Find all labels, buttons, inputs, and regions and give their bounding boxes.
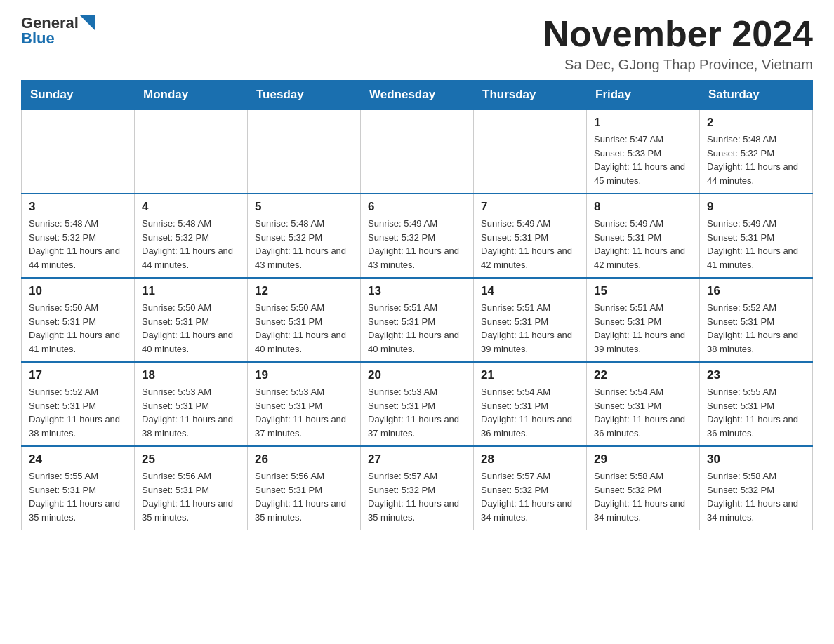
day-number: 21: [481, 368, 579, 382]
day-number: 4: [142, 200, 240, 214]
calendar-cell: 9Sunrise: 5:49 AMSunset: 5:31 PMDaylight…: [700, 194, 813, 278]
calendar-cell: [248, 109, 361, 194]
calendar-cell: 11Sunrise: 5:50 AMSunset: 5:31 PMDayligh…: [135, 278, 248, 362]
day-number: 1: [594, 116, 692, 130]
day-info: Sunrise: 5:52 AMSunset: 5:31 PMDaylight:…: [29, 385, 127, 440]
day-number: 18: [142, 368, 240, 382]
day-number: 25: [142, 452, 240, 467]
calendar-cell: 23Sunrise: 5:55 AMSunset: 5:31 PMDayligh…: [700, 362, 813, 446]
title-section: November 2024 Sa Dec, GJong Thap Provinc…: [543, 14, 813, 73]
day-number: 20: [368, 368, 466, 382]
day-info: Sunrise: 5:50 AMSunset: 5:31 PMDaylight:…: [142, 301, 240, 356]
day-number: 27: [368, 452, 466, 467]
calendar-header-wednesday: Wednesday: [361, 81, 474, 110]
day-info: Sunrise: 5:55 AMSunset: 5:31 PMDaylight:…: [29, 469, 127, 524]
day-info: Sunrise: 5:51 AMSunset: 5:31 PMDaylight:…: [481, 301, 579, 356]
location-title: Sa Dec, GJong Thap Province, Vietnam: [543, 57, 813, 73]
day-number: 30: [707, 452, 805, 467]
day-number: 2: [707, 116, 805, 130]
day-number: 19: [255, 368, 353, 382]
day-info: Sunrise: 5:50 AMSunset: 5:31 PMDaylight:…: [29, 301, 127, 356]
calendar-cell: [361, 109, 474, 194]
day-info: Sunrise: 5:47 AMSunset: 5:33 PMDaylight:…: [594, 133, 692, 187]
day-info: Sunrise: 5:56 AMSunset: 5:31 PMDaylight:…: [255, 469, 353, 524]
calendar-cell: 19Sunrise: 5:53 AMSunset: 5:31 PMDayligh…: [248, 362, 361, 446]
day-info: Sunrise: 5:53 AMSunset: 5:31 PMDaylight:…: [142, 385, 240, 440]
calendar-cell: 25Sunrise: 5:56 AMSunset: 5:31 PMDayligh…: [135, 446, 248, 530]
page-header: General Blue November 2024 Sa Dec, GJong…: [21, 14, 813, 73]
day-number: 28: [481, 452, 579, 467]
day-info: Sunrise: 5:58 AMSunset: 5:32 PMDaylight:…: [594, 469, 692, 524]
calendar-cell: 17Sunrise: 5:52 AMSunset: 5:31 PMDayligh…: [22, 362, 135, 446]
day-info: Sunrise: 5:57 AMSunset: 5:32 PMDaylight:…: [368, 469, 466, 524]
calendar-cell: 30Sunrise: 5:58 AMSunset: 5:32 PMDayligh…: [700, 446, 813, 530]
calendar-header-saturday: Saturday: [700, 81, 813, 110]
day-number: 5: [255, 200, 353, 214]
calendar-week-5: 24Sunrise: 5:55 AMSunset: 5:31 PMDayligh…: [22, 446, 813, 530]
day-number: 15: [594, 284, 692, 298]
calendar-header-tuesday: Tuesday: [248, 81, 361, 110]
day-number: 13: [368, 284, 466, 298]
day-info: Sunrise: 5:49 AMSunset: 5:31 PMDaylight:…: [707, 217, 805, 271]
calendar-week-4: 17Sunrise: 5:52 AMSunset: 5:31 PMDayligh…: [22, 362, 813, 446]
calendar-cell: 10Sunrise: 5:50 AMSunset: 5:31 PMDayligh…: [22, 278, 135, 362]
calendar-cell: 26Sunrise: 5:56 AMSunset: 5:31 PMDayligh…: [248, 446, 361, 530]
calendar-cell: 3Sunrise: 5:48 AMSunset: 5:32 PMDaylight…: [22, 194, 135, 278]
day-number: 8: [594, 200, 692, 214]
day-number: 16: [707, 284, 805, 298]
calendar-cell: [474, 109, 587, 194]
calendar-cell: 2Sunrise: 5:48 AMSunset: 5:32 PMDaylight…: [700, 109, 813, 194]
day-info: Sunrise: 5:53 AMSunset: 5:31 PMDaylight:…: [368, 385, 466, 440]
calendar-cell: 20Sunrise: 5:53 AMSunset: 5:31 PMDayligh…: [361, 362, 474, 446]
calendar-cell: [22, 109, 135, 194]
day-info: Sunrise: 5:52 AMSunset: 5:31 PMDaylight:…: [707, 301, 805, 356]
calendar-week-1: 1Sunrise: 5:47 AMSunset: 5:33 PMDaylight…: [22, 109, 813, 194]
day-info: Sunrise: 5:48 AMSunset: 5:32 PMDaylight:…: [707, 133, 805, 187]
calendar-cell: 1Sunrise: 5:47 AMSunset: 5:33 PMDaylight…: [587, 109, 700, 194]
svg-marker-0: [80, 15, 95, 31]
calendar-cell: 24Sunrise: 5:55 AMSunset: 5:31 PMDayligh…: [22, 446, 135, 530]
calendar-cell: 14Sunrise: 5:51 AMSunset: 5:31 PMDayligh…: [474, 278, 587, 362]
day-number: 26: [255, 452, 353, 467]
month-title: November 2024: [543, 14, 813, 54]
day-info: Sunrise: 5:54 AMSunset: 5:31 PMDaylight:…: [481, 385, 579, 440]
day-info: Sunrise: 5:58 AMSunset: 5:32 PMDaylight:…: [707, 469, 805, 524]
day-number: 10: [29, 284, 127, 298]
day-info: Sunrise: 5:48 AMSunset: 5:32 PMDaylight:…: [255, 217, 353, 271]
calendar-cell: 13Sunrise: 5:51 AMSunset: 5:31 PMDayligh…: [361, 278, 474, 362]
calendar-cell: 15Sunrise: 5:51 AMSunset: 5:31 PMDayligh…: [587, 278, 700, 362]
day-info: Sunrise: 5:51 AMSunset: 5:31 PMDaylight:…: [368, 301, 466, 356]
day-number: 23: [707, 368, 805, 382]
day-number: 7: [481, 200, 579, 214]
day-number: 6: [368, 200, 466, 214]
logo: General Blue: [21, 14, 95, 48]
calendar-cell: 16Sunrise: 5:52 AMSunset: 5:31 PMDayligh…: [700, 278, 813, 362]
calendar-header-monday: Monday: [135, 81, 248, 110]
calendar-header-row: SundayMondayTuesdayWednesdayThursdayFrid…: [22, 81, 813, 110]
calendar-cell: [135, 109, 248, 194]
day-number: 11: [142, 284, 240, 298]
calendar-cell: 21Sunrise: 5:54 AMSunset: 5:31 PMDayligh…: [474, 362, 587, 446]
day-number: 12: [255, 284, 353, 298]
day-number: 29: [594, 452, 692, 467]
day-number: 14: [481, 284, 579, 298]
calendar-cell: 6Sunrise: 5:49 AMSunset: 5:32 PMDaylight…: [361, 194, 474, 278]
calendar-cell: 7Sunrise: 5:49 AMSunset: 5:31 PMDaylight…: [474, 194, 587, 278]
day-number: 3: [29, 200, 127, 214]
calendar-cell: 18Sunrise: 5:53 AMSunset: 5:31 PMDayligh…: [135, 362, 248, 446]
calendar-header-thursday: Thursday: [474, 81, 587, 110]
calendar-cell: 4Sunrise: 5:48 AMSunset: 5:32 PMDaylight…: [135, 194, 248, 278]
calendar-cell: 29Sunrise: 5:58 AMSunset: 5:32 PMDayligh…: [587, 446, 700, 530]
day-number: 24: [29, 452, 127, 467]
logo-blue-text: Blue: [21, 29, 95, 48]
day-info: Sunrise: 5:50 AMSunset: 5:31 PMDaylight:…: [255, 301, 353, 356]
calendar-cell: 22Sunrise: 5:54 AMSunset: 5:31 PMDayligh…: [587, 362, 700, 446]
day-info: Sunrise: 5:55 AMSunset: 5:31 PMDaylight:…: [707, 385, 805, 440]
calendar-cell: 8Sunrise: 5:49 AMSunset: 5:31 PMDaylight…: [587, 194, 700, 278]
day-number: 9: [707, 200, 805, 214]
day-number: 22: [594, 368, 692, 382]
day-info: Sunrise: 5:49 AMSunset: 5:31 PMDaylight:…: [594, 217, 692, 271]
calendar-cell: 12Sunrise: 5:50 AMSunset: 5:31 PMDayligh…: [248, 278, 361, 362]
calendar-table: SundayMondayTuesdayWednesdayThursdayFrid…: [21, 80, 813, 530]
day-info: Sunrise: 5:54 AMSunset: 5:31 PMDaylight:…: [594, 385, 692, 440]
